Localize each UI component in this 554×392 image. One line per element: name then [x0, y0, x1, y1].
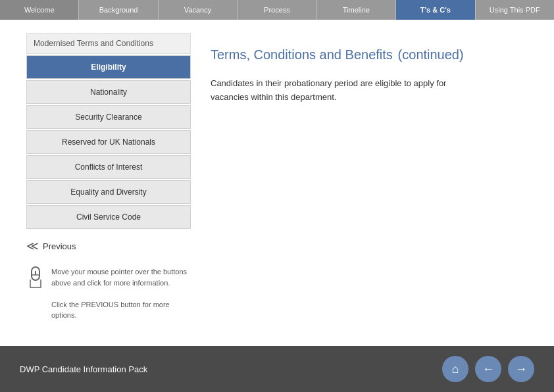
nav-item-vacancy[interactable]: Vacancy: [159, 0, 238, 20]
nav-item-using-this-pdf[interactable]: Using This PDF: [476, 0, 554, 20]
previous-label: Previous: [43, 241, 76, 251]
nav-item-background[interactable]: Background: [79, 0, 158, 20]
sidebar: Modernised Terms and Conditions Eligibil…: [26, 33, 191, 329]
sidebar-item-conflicts-of-interest[interactable]: Conflicts of Interest: [26, 155, 191, 179]
sidebar-item-civil-service-code[interactable]: Civil Service Code: [26, 205, 191, 229]
sidebar-item-nationality[interactable]: Nationality: [26, 80, 191, 104]
help-line1: Move your mouse pointer over the buttons…: [51, 266, 191, 288]
nav-item-timeline[interactable]: Timeline: [317, 0, 396, 20]
main-content: Modernised Terms and Conditions Eligibil…: [0, 20, 554, 342]
back-button[interactable]: ←: [475, 356, 501, 382]
nav-item-process[interactable]: Process: [238, 0, 316, 20]
footer: DWP Candidate Information Pack ⌂ ← →: [0, 346, 554, 392]
footer-title: DWP Candidate Information Pack: [20, 364, 147, 374]
help-section: Move your mouse pointer over the buttons…: [26, 266, 191, 321]
previous-button[interactable]: ≪ Previous: [26, 239, 191, 253]
top-nav: WelcomeBackgroundVacancyProcessTimelineT…: [0, 0, 554, 20]
back-icon: ←: [482, 362, 494, 376]
forward-button[interactable]: →: [508, 356, 534, 382]
content-body: Candidates in their probationary period …: [211, 77, 474, 105]
mouse-icon: [26, 266, 45, 293]
home-icon: ⌂: [452, 362, 459, 376]
help-text: Move your mouse pointer over the buttons…: [51, 266, 191, 321]
previous-icon: ≪: [26, 239, 39, 253]
right-content: Terms, Conditions and Benefits (continue…: [211, 33, 534, 329]
sidebar-item-security-clearance[interactable]: Security Clearance: [26, 105, 191, 129]
forward-icon: →: [515, 362, 527, 376]
nav-item-welcome[interactable]: Welcome: [0, 0, 79, 20]
sidebar-top-item[interactable]: Modernised Terms and Conditions: [26, 33, 191, 54]
footer-nav: ⌂ ← →: [442, 356, 534, 382]
home-button[interactable]: ⌂: [442, 356, 468, 382]
sidebar-item-equality-and-diversity[interactable]: Equality and Diversity: [26, 180, 191, 204]
sidebar-item-eligibility[interactable]: Eligibility: [26, 55, 191, 79]
nav-item-t's-&-c's[interactable]: T's & C's: [396, 0, 475, 20]
page-title: Terms, Conditions and Benefits (continue…: [211, 43, 534, 64]
page-title-sub: (continued): [398, 47, 464, 62]
page-title-main: Terms, Conditions and Benefits: [211, 47, 393, 62]
sidebar-item-reserved-for-uk-nationals[interactable]: Reserved for UK Nationals: [26, 130, 191, 154]
help-line2: Click the PREVIOUS button for more optio…: [51, 299, 191, 321]
